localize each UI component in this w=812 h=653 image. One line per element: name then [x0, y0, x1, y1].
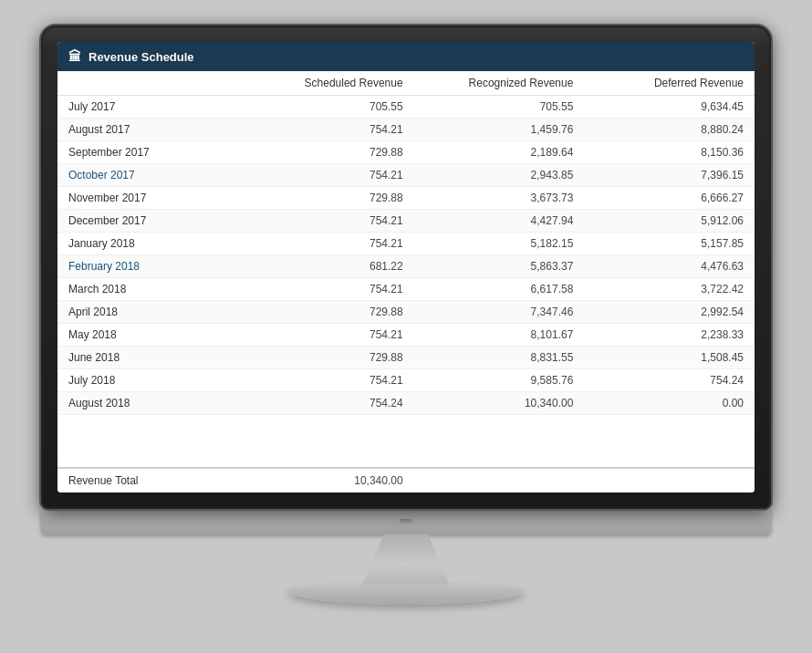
- cell-recognized: 7,347.46: [403, 306, 574, 318]
- cell-scheduled: 681.22: [233, 260, 403, 273]
- cell-recognized: 10,340.00: [403, 397, 574, 409]
- table-icon: 🏛: [68, 49, 81, 64]
- cell-deferred: 3,722.42: [573, 283, 744, 295]
- cell-deferred: 2,992.54: [573, 306, 744, 318]
- table-row: August 2017 754.21 1,459.76 8,880.24: [57, 119, 755, 141]
- cell-period: July 2018: [68, 374, 233, 387]
- cell-deferred: 1,508.45: [573, 351, 744, 364]
- total-recognized: [403, 474, 574, 487]
- cell-scheduled: 729.88: [233, 146, 403, 159]
- cell-scheduled: 754.21: [233, 328, 403, 341]
- cell-scheduled: 754.24: [233, 397, 403, 409]
- cell-recognized: 705.55: [403, 100, 574, 113]
- cell-recognized: 2,943.85: [403, 169, 574, 181]
- table-row: July 2018 754.21 9,585.76 754.24: [57, 369, 755, 392]
- table-row: December 2017 754.21 4,427.94 5,912.06: [57, 210, 755, 233]
- cell-recognized: 4,427.94: [403, 214, 574, 227]
- cell-deferred: 9,634.45: [573, 100, 744, 113]
- cell-period: August 2018: [68, 397, 233, 409]
- cell-deferred: 4,476.63: [573, 260, 744, 273]
- cell-period: December 2017: [68, 214, 233, 227]
- cell-deferred: 7,396.15: [573, 169, 744, 181]
- cell-deferred: 8,880.24: [573, 123, 744, 136]
- table-header-bar: 🏛 Revenue Schedule: [57, 42, 755, 71]
- cell-deferred: 8,150.36: [573, 146, 744, 159]
- cell-recognized: 3,673.73: [403, 192, 574, 204]
- cell-period: March 2018: [68, 283, 233, 295]
- total-deferred: [573, 474, 744, 487]
- table-body: July 2017 705.55 705.55 9,634.45 August …: [57, 96, 755, 467]
- cell-period: October 2017: [68, 169, 233, 181]
- cell-recognized: 8,101.67: [403, 328, 574, 341]
- cell-recognized: 2,189.64: [403, 146, 574, 159]
- monitor-chin-dot: [400, 519, 412, 524]
- screen-content: 🏛 Revenue Schedule Scheduled Revenue Rec…: [57, 42, 755, 492]
- cell-scheduled: 705.55: [233, 100, 403, 113]
- cell-deferred: 6,666.27: [573, 192, 744, 204]
- col-recognized: Recognized Revenue: [403, 77, 574, 89]
- cell-recognized: 6,617.58: [403, 283, 574, 295]
- table-row: January 2018 754.21 5,182.15 5,157.85: [57, 233, 755, 255]
- total-row: Revenue Total 10,340.00: [57, 467, 755, 492]
- table-row: February 2018 681.22 5,863.37 4,476.63: [57, 255, 755, 278]
- table-title: Revenue Schedule: [88, 50, 194, 64]
- cell-period: September 2017: [68, 146, 233, 159]
- monitor-stand-neck: [351, 534, 461, 585]
- cell-deferred: 5,157.85: [573, 237, 744, 250]
- cell-scheduled: 754.21: [233, 237, 403, 250]
- cell-recognized: 5,182.15: [403, 237, 574, 250]
- monitor-chin: [41, 509, 771, 534]
- cell-period: February 2018: [68, 260, 233, 273]
- table-row: April 2018 729.88 7,347.46 2,992.54: [57, 301, 755, 324]
- cell-scheduled: 754.21: [233, 214, 403, 227]
- cell-deferred: 754.24: [573, 374, 744, 387]
- monitor-body: 🏛 Revenue Schedule Scheduled Revenue Rec…: [41, 26, 771, 509]
- table-row: September 2017 729.88 2,189.64 8,150.36: [57, 141, 755, 164]
- table-row: March 2018 754.21 6,617.58 3,722.42: [57, 278, 755, 301]
- total-scheduled: 10,340.00: [233, 474, 403, 487]
- cell-scheduled: 729.88: [233, 192, 403, 204]
- cell-recognized: 9,585.76: [403, 374, 574, 387]
- table-row: June 2018 729.88 8,831.55 1,508.45: [57, 347, 755, 369]
- col-scheduled: Scheduled Revenue: [233, 77, 403, 89]
- col-period: [68, 77, 233, 89]
- cell-scheduled: 754.21: [233, 374, 403, 387]
- monitor-wrapper: 🏛 Revenue Schedule Scheduled Revenue Rec…: [32, 26, 780, 627]
- cell-period: November 2017: [68, 192, 233, 204]
- cell-recognized: 5,863.37: [403, 260, 574, 273]
- cell-period: August 2017: [68, 123, 233, 136]
- cell-period: April 2018: [68, 306, 233, 318]
- table-row: August 2018 754.24 10,340.00 0.00: [57, 392, 755, 415]
- cell-period: June 2018: [68, 351, 233, 364]
- cell-deferred: 5,912.06: [573, 214, 744, 227]
- cell-period: July 2017: [68, 100, 233, 113]
- cell-recognized: 1,459.76: [403, 123, 574, 136]
- monitor-stand-base: [287, 585, 525, 605]
- cell-period: May 2018: [68, 328, 233, 341]
- cell-period: January 2018: [68, 237, 233, 250]
- table-row: July 2017 705.55 705.55 9,634.45: [57, 96, 755, 119]
- cell-scheduled: 754.21: [233, 169, 403, 181]
- cell-deferred: 0.00: [573, 397, 744, 409]
- col-deferred: Deferred Revenue: [573, 77, 744, 89]
- cell-scheduled: 754.21: [233, 283, 403, 295]
- cell-scheduled: 754.21: [233, 123, 403, 136]
- monitor-screen: 🏛 Revenue Schedule Scheduled Revenue Rec…: [57, 42, 755, 492]
- table-row: October 2017 754.21 2,943.85 7,396.15: [57, 164, 755, 187]
- cell-deferred: 2,238.33: [573, 328, 744, 341]
- table-row: May 2018 754.21 8,101.67 2,238.33: [57, 324, 755, 347]
- cell-scheduled: 729.88: [233, 306, 403, 318]
- table-row: November 2017 729.88 3,673.73 6,666.27: [57, 187, 755, 210]
- column-headers: Scheduled Revenue Recognized Revenue Def…: [57, 71, 755, 96]
- cell-recognized: 8,831.55: [403, 351, 574, 364]
- total-label: Revenue Total: [68, 474, 233, 487]
- cell-scheduled: 729.88: [233, 351, 403, 364]
